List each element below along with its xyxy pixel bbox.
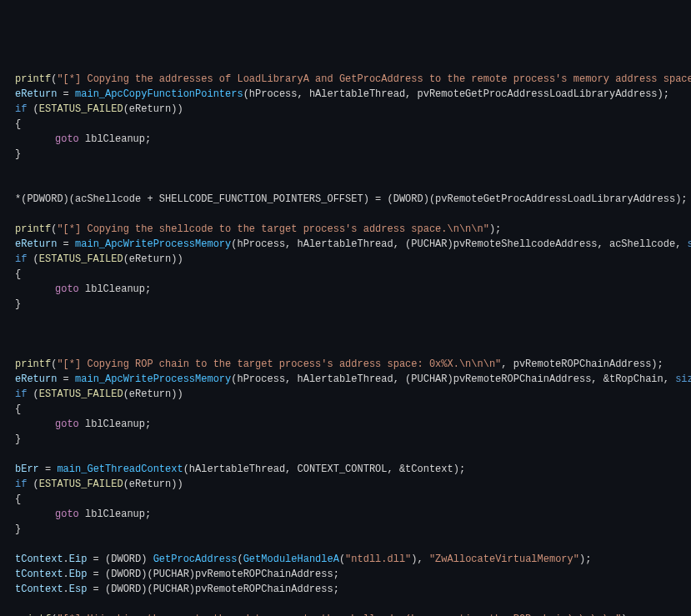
token-fn: ESTATUS_FAILED (39, 253, 123, 265)
code-line (15, 597, 676, 612)
code-line: bErr = main_GetThreadContext(hAlertableT… (15, 462, 676, 477)
code-line: goto lblCleanup; (15, 507, 676, 522)
token-id: Eip (69, 553, 88, 565)
token-plain: (hProcess, hAlertableThread, (PUCHAR)pvR… (231, 373, 675, 385)
code-line: } (15, 147, 676, 162)
token-id: eReturn (15, 238, 57, 250)
token-plain: ( (27, 388, 38, 400)
token-plain: } (15, 433, 21, 445)
token-call: main_GetThreadContext (57, 463, 183, 475)
token-str: "[*] Copying ROP chain to the target pro… (57, 358, 501, 370)
token-plain: , pvRemoteROPChainAddress); (501, 358, 663, 370)
token-plain: } (15, 523, 21, 535)
code-line: } (15, 432, 676, 447)
code-line: if (ESTATUS_FAILED(eReturn)) (15, 477, 676, 492)
code-line: if (ESTATUS_FAILED(eReturn)) (15, 387, 676, 402)
token-id: eReturn (15, 373, 57, 385)
token-kw-goto: goto (55, 283, 79, 295)
token-plain: ( (27, 253, 38, 265)
token-call: main_ApcWriteProcessMemory (75, 373, 231, 385)
token-fn: printf (15, 358, 51, 370)
code-line: goto lblCleanup; (15, 132, 676, 147)
token-fn: ESTATUS_FAILED (39, 478, 123, 490)
token-plain: = (57, 238, 75, 250)
token-plain: ), (411, 553, 429, 565)
code-line: tContext.Esp = (DWORD)(PUCHAR)pvRemoteRO… (15, 582, 676, 597)
token-plain: ); (489, 223, 501, 235)
token-kw-goto: goto (55, 418, 79, 430)
token-plain: ( (237, 553, 243, 565)
code-line: { (15, 267, 676, 282)
token-plain: *(PDWORD)(acShellcode + SHELLCODE_FUNCTI… (15, 193, 688, 205)
code-line: { (15, 117, 676, 132)
code-line: } (15, 522, 676, 537)
token-kw-goto: goto (55, 133, 79, 145)
token-plain: = (57, 88, 75, 100)
token-plain: } (15, 148, 21, 160)
token-kw: if (15, 478, 27, 490)
token-str: "ZwAllocateVirtualMemory" (429, 553, 579, 565)
token-plain: = (39, 463, 58, 475)
token-plain: ); (579, 553, 591, 565)
code-line (15, 447, 676, 462)
token-plain: (eReturn)) (123, 478, 183, 490)
code-line: if (ESTATUS_FAILED(eReturn)) (15, 252, 676, 267)
code-line: goto lblCleanup; (15, 282, 676, 297)
token-fn: printf (15, 73, 51, 85)
token-str: "[*] Copying the addresses of LoadLibrar… (57, 73, 691, 85)
token-plain: { (15, 493, 21, 505)
code-block: printf("[*] Copying the addresses of Loa… (15, 72, 676, 616)
code-line: goto lblCleanup; (15, 417, 676, 432)
code-line (15, 177, 676, 192)
code-line: printf("[*] Copying the addresses of Loa… (15, 72, 676, 87)
code-line: tContext.Ebp = (DWORD)(PUCHAR)pvRemoteRO… (15, 567, 676, 582)
token-plain: = (DWORD)(PUCHAR)pvRemoteROPChainAddress… (87, 583, 338, 595)
token-plain: (hAlertableThread, CONTEXT_CONTROL, &tCo… (183, 463, 465, 475)
code-line: if (ESTATUS_FAILED(eReturn)) (15, 102, 676, 117)
token-id: tContext (15, 553, 63, 565)
token-fn: ESTATUS_FAILED (39, 388, 123, 400)
token-kw: sizeof (675, 373, 691, 385)
token-plain: (eReturn)) (123, 253, 183, 265)
token-kw-goto: goto (55, 508, 79, 520)
code-line (15, 207, 676, 222)
token-kw: if (15, 253, 27, 265)
token-plain: = (DWORD) (87, 553, 153, 565)
code-line: eReturn = main_ApcCopyFunctionPointers(h… (15, 87, 676, 102)
token-plain: ( (27, 478, 38, 490)
token-str: "ntdll.dll" (345, 553, 411, 565)
code-line (15, 327, 676, 342)
token-plain: lblCleanup; (79, 133, 151, 145)
token-plain: = (57, 373, 75, 385)
token-plain: (hProcess, hAlertableThread, pvRemoteGet… (243, 88, 669, 100)
token-plain: = (DWORD)(PUCHAR)pvRemoteROPChainAddress… (87, 568, 338, 580)
token-plain: { (15, 118, 21, 130)
code-line: eReturn = main_ApcWriteProcessMemory(hPr… (15, 372, 676, 387)
code-line: tContext.Eip = (DWORD) GetProcAddress(Ge… (15, 552, 676, 567)
token-plain: . (63, 583, 69, 595)
token-plain: lblCleanup; (79, 418, 151, 430)
token-fn: ESTATUS_FAILED (39, 103, 123, 115)
token-plain: (eReturn)) (123, 103, 183, 115)
token-plain: lblCleanup; (79, 508, 151, 520)
code-line: } (15, 297, 676, 312)
token-id: Ebp (69, 568, 88, 580)
code-line (15, 342, 676, 357)
token-call: main_ApcWriteProcessMemory (75, 238, 231, 250)
token-kw: sizeof (688, 238, 691, 250)
code-line: { (15, 402, 676, 417)
token-fn: printf (15, 223, 51, 235)
token-kw: if (15, 388, 27, 400)
code-line: printf("[*] Copying the shellcode to the… (15, 222, 676, 237)
code-line (15, 537, 676, 552)
token-id: eReturn (15, 88, 57, 100)
token-id: tContext (15, 568, 63, 580)
token-call: GetProcAddress (153, 553, 238, 565)
token-plain: ( (27, 103, 38, 115)
code-line (15, 312, 676, 327)
token-plain: ( (339, 553, 345, 565)
token-plain: (eReturn)) (123, 388, 183, 400)
code-line: printf("[*] Copying ROP chain to the tar… (15, 357, 676, 372)
token-id: Esp (69, 583, 88, 595)
token-call: main_ApcCopyFunctionPointers (75, 88, 243, 100)
